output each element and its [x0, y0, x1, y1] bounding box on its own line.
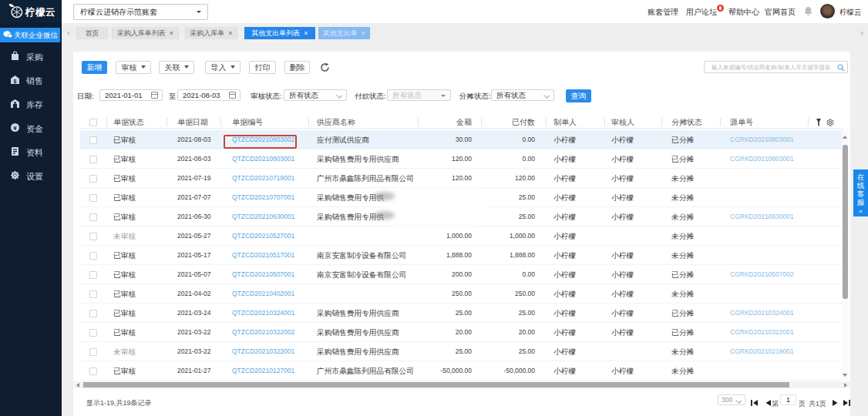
- svg-text:¥: ¥: [13, 125, 17, 132]
- svg-text:$: $: [14, 79, 17, 85]
